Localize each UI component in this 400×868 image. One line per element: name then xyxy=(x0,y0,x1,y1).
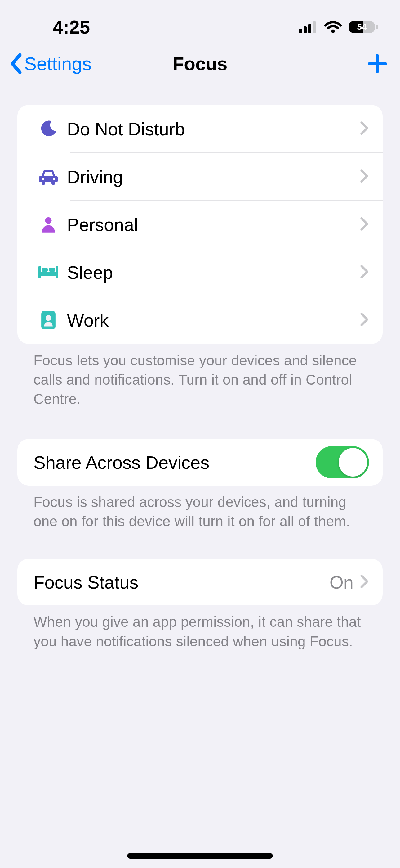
status-time: 4:25 xyxy=(53,17,90,38)
svg-point-16 xyxy=(45,315,51,321)
focus-mode-label: Personal xyxy=(67,214,360,235)
focus-mode-label: Driving xyxy=(67,166,360,187)
focus-modes-group: Do Not DisturbDrivingPersonalSleepWork xyxy=(18,105,382,344)
svg-rect-6 xyxy=(376,25,378,30)
share-across-devices-footer: Focus is shared across your devices, and… xyxy=(18,486,382,531)
focus-mode-label: Do Not Disturb xyxy=(67,119,360,140)
wifi-icon xyxy=(324,21,342,33)
cellular-icon xyxy=(299,21,318,33)
share-across-devices-toggle[interactable] xyxy=(316,446,369,478)
focus-modes-footer: Focus lets you customise your devices an… xyxy=(18,344,382,408)
plus-icon xyxy=(367,53,388,74)
focus-mode-row-do-not-disturb[interactable]: Do Not Disturb xyxy=(18,105,382,153)
svg-rect-1 xyxy=(304,26,307,33)
status-icons: 54 xyxy=(299,20,378,34)
share-across-devices-label: Share Across Devices xyxy=(33,452,316,473)
focus-mode-row-work[interactable]: Work xyxy=(18,296,382,344)
svg-rect-12 xyxy=(38,272,58,276)
svg-rect-2 xyxy=(308,24,311,33)
focus-mode-row-driving[interactable]: Driving xyxy=(18,153,382,200)
focus-mode-label: Work xyxy=(67,310,360,331)
focus-mode-row-sleep[interactable]: Sleep xyxy=(18,248,382,296)
svg-point-4 xyxy=(331,30,335,33)
focus-status-footer: When you give an app permission, it can … xyxy=(18,606,382,651)
badge-icon xyxy=(30,310,67,330)
nav-bar: Settings Focus xyxy=(0,40,400,87)
chevron-right-icon xyxy=(360,264,369,280)
back-button[interactable]: Settings xyxy=(9,53,92,75)
chevron-right-icon xyxy=(360,216,369,232)
chevron-right-icon xyxy=(360,168,369,185)
focus-status-value: On xyxy=(330,572,354,593)
person-icon xyxy=(30,216,67,233)
battery-percent: 54 xyxy=(348,22,375,32)
svg-rect-14 xyxy=(49,268,55,272)
back-label: Settings xyxy=(24,53,92,74)
add-button[interactable] xyxy=(367,53,388,74)
focus-mode-label: Sleep xyxy=(67,262,360,283)
moon-icon xyxy=(30,120,67,138)
focus-status-row[interactable]: Focus Status On xyxy=(18,559,382,606)
focus-mode-row-personal[interactable]: Personal xyxy=(18,200,382,248)
bed-icon xyxy=(30,265,67,280)
svg-point-9 xyxy=(45,217,52,224)
chevron-left-icon xyxy=(9,53,23,75)
svg-rect-13 xyxy=(41,268,48,272)
focus-status-label: Focus Status xyxy=(33,572,330,593)
svg-rect-3 xyxy=(313,22,316,33)
car-icon xyxy=(30,167,67,187)
focus-status-group: Focus Status On xyxy=(18,559,382,606)
chevron-right-icon xyxy=(360,574,369,590)
chevron-right-icon xyxy=(360,312,369,328)
battery-icon: 54 xyxy=(348,20,378,34)
share-across-devices-row: Share Across Devices xyxy=(18,439,382,486)
home-indicator xyxy=(127,853,273,859)
status-bar: 4:25 54 xyxy=(0,0,400,40)
chevron-right-icon xyxy=(360,121,369,137)
share-across-devices-group: Share Across Devices xyxy=(18,439,382,486)
svg-rect-0 xyxy=(299,29,302,33)
